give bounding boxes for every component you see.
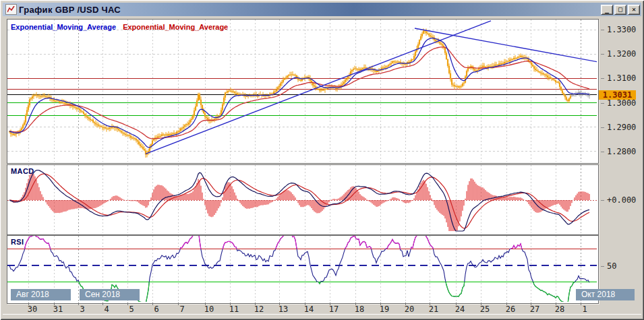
date-tick-label: 10 [199,305,219,314]
maximize-button[interactable]: □ [614,5,626,15]
ema-fast-label: Exponential_Moving_Average [11,23,116,31]
ema-slow-label: Exponential_Moving_Average [123,23,228,31]
price-tick-label: 1.3200 [601,49,643,59]
macd-label: MACD [11,167,34,175]
date-tick-label: 7 [172,305,192,314]
minimize-button[interactable]: _ [601,5,613,15]
date-tick-label: 27 [525,305,545,314]
month-label: Сен 2018 [80,289,140,300]
date-tick-label: 19 [374,305,394,314]
date-tick-label: 11 [224,305,244,314]
window-title: График GBP /USD ЧАС [19,5,121,15]
date-tick-label: 25 [475,305,495,314]
macd-panel: MACD [7,164,599,235]
date-tick-label: 1 [575,305,595,314]
date-tick-label: 3 [72,305,92,314]
close-button[interactable]: ✕ [628,5,640,15]
date-tick-label: 17 [324,305,344,314]
date-tick-label: 26 [500,305,521,314]
indicator-labels: Exponential_Moving_Average Exponential_M… [11,23,228,31]
date-tick-label: 12 [249,305,269,314]
macd-zero-label: +0.000 [601,195,643,205]
macd-canvas[interactable] [7,165,597,233]
date-tick-label: 31 [48,305,68,314]
date-tick-label: 4 [96,305,117,314]
date-tick-label: 24 [450,305,470,314]
date-tick-label: 6 [146,305,167,314]
month-label: Авг 2018 [11,289,71,300]
date-tick-label: 5 [121,305,142,314]
price-tick-label: 1.2800 [601,147,643,156]
price-tick-label: 1.2900 [601,123,643,132]
date-tick-label: 28 [550,305,570,314]
price-tick-label: 1.3300 [601,25,643,34]
date-tick-label: 21 [423,305,444,314]
date-tick-label: 20 [399,305,419,314]
window-bottom-edge [3,314,641,318]
price-chart-panel: Exponential_Moving_Average Exponential_M… [7,19,599,164]
month-label: Окт 2018 [576,289,635,300]
rsi-mid-label: 50 [601,261,643,271]
price-tick-label: 1.3100 [601,73,643,83]
date-tick-label: 14 [299,305,319,314]
chart-icon [5,4,17,15]
price-chart-canvas[interactable] [7,20,597,162]
rsi-label: RSI [11,238,24,246]
chart-window: { "window": { "title": "График GBP /USD … [0,0,644,320]
window-titlebar[interactable]: График GBP /USD ЧАС _ □ ✕ [3,3,641,16]
window-controls: _ □ ✕ [599,5,640,15]
current-price-tag: 1.3031 [599,90,636,100]
date-tick-label: 30 [22,305,42,314]
date-tick-label: 13 [273,305,293,314]
date-tick-label: 18 [349,305,370,314]
